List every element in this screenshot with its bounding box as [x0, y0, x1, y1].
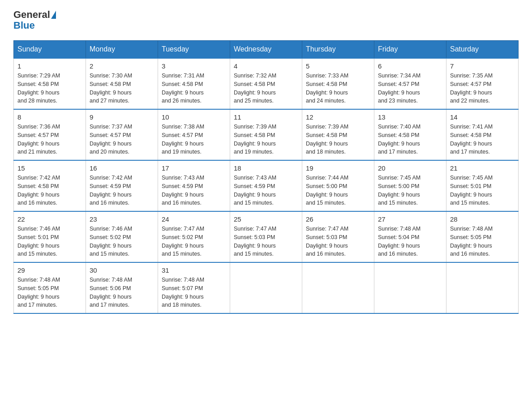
calendar-cell: 5 Sunrise: 7:33 AM Sunset: 4:58 PM Dayli… — [302, 58, 374, 109]
day-number: 17 — [162, 164, 226, 172]
sunrise-label: Sunrise: 7:42 AM — [90, 175, 132, 181]
day-info: Sunrise: 7:46 AM Sunset: 5:02 PM Dayligh… — [90, 225, 154, 258]
day-number: 10 — [162, 113, 226, 121]
sunrise-label: Sunrise: 7:34 AM — [378, 73, 420, 79]
daylight-label: Daylight: 9 hours — [17, 192, 60, 198]
calendar-cell: 16 Sunrise: 7:42 AM Sunset: 4:59 PM Dayl… — [86, 160, 158, 211]
daylight-minutes: and 17 minutes. — [17, 302, 57, 308]
daylight-minutes: and 19 minutes. — [162, 149, 202, 155]
day-number: 23 — [90, 215, 154, 223]
logo: General Blue — [13, 9, 57, 31]
sunset-label: Sunset: 5:03 PM — [234, 234, 275, 240]
sunset-label: Sunset: 5:06 PM — [90, 285, 131, 291]
sunrise-label: Sunrise: 7:45 AM — [450, 175, 493, 181]
daylight-minutes: and 27 minutes. — [90, 98, 129, 104]
day-number: 9 — [90, 113, 154, 121]
sunset-label: Sunset: 4:58 PM — [306, 132, 347, 138]
daylight-label: Daylight: 9 hours — [306, 90, 348, 96]
daylight-minutes: and 16 minutes. — [378, 251, 418, 257]
calendar-cell: 9 Sunrise: 7:37 AM Sunset: 4:57 PM Dayli… — [86, 109, 158, 160]
sunset-label: Sunset: 5:04 PM — [378, 234, 419, 240]
daylight-minutes: and 20 minutes. — [90, 149, 129, 155]
daylight-minutes: and 21 minutes. — [17, 149, 57, 155]
sunset-label: Sunset: 4:58 PM — [17, 81, 59, 87]
calendar-cell: 17 Sunrise: 7:43 AM Sunset: 4:59 PM Dayl… — [158, 160, 230, 211]
daylight-minutes: and 16 minutes. — [17, 200, 57, 206]
day-info: Sunrise: 7:36 AM Sunset: 4:57 PM Dayligh… — [17, 123, 82, 156]
sunset-label: Sunset: 4:57 PM — [378, 81, 419, 87]
day-info: Sunrise: 7:29 AM Sunset: 4:58 PM Dayligh… — [17, 72, 82, 105]
header-row: SundayMondayTuesdayWednesdayThursdayFrid… — [14, 41, 519, 59]
sunrise-label: Sunrise: 7:47 AM — [162, 226, 204, 232]
day-number: 27 — [378, 215, 442, 223]
sunrise-label: Sunrise: 7:35 AM — [450, 73, 493, 79]
calendar-week-row: 8 Sunrise: 7:36 AM Sunset: 4:57 PM Dayli… — [14, 109, 519, 160]
calendar-cell: 12 Sunrise: 7:39 AM Sunset: 4:58 PM Dayl… — [302, 109, 374, 160]
sunrise-label: Sunrise: 7:33 AM — [306, 73, 348, 79]
day-info: Sunrise: 7:38 AM Sunset: 4:57 PM Dayligh… — [162, 123, 226, 156]
day-number: 16 — [90, 164, 154, 172]
day-info: Sunrise: 7:47 AM Sunset: 5:03 PM Dayligh… — [234, 225, 298, 258]
day-number: 3 — [162, 62, 226, 70]
sunset-label: Sunset: 4:58 PM — [162, 81, 203, 87]
day-info: Sunrise: 7:45 AM Sunset: 5:00 PM Dayligh… — [378, 174, 442, 207]
calendar-cell: 10 Sunrise: 7:38 AM Sunset: 4:57 PM Dayl… — [158, 109, 230, 160]
sunset-label: Sunset: 5:01 PM — [450, 183, 491, 189]
sunset-label: Sunset: 5:02 PM — [162, 234, 203, 240]
daylight-minutes: and 23 minutes. — [378, 98, 418, 104]
sunrise-label: Sunrise: 7:30 AM — [90, 73, 132, 79]
day-number: 28 — [450, 215, 515, 223]
calendar-cell — [230, 262, 302, 313]
day-number: 8 — [17, 113, 82, 121]
sunrise-label: Sunrise: 7:36 AM — [17, 124, 60, 130]
calendar-cell: 7 Sunrise: 7:35 AM Sunset: 4:57 PM Dayli… — [446, 58, 519, 109]
calendar-cell: 20 Sunrise: 7:45 AM Sunset: 5:00 PM Dayl… — [374, 160, 446, 211]
day-info: Sunrise: 7:48 AM Sunset: 5:04 PM Dayligh… — [378, 225, 442, 258]
daylight-label: Daylight: 9 hours — [162, 294, 204, 300]
sunset-label: Sunset: 4:59 PM — [90, 183, 131, 189]
daylight-label: Daylight: 9 hours — [234, 141, 276, 147]
day-info: Sunrise: 7:47 AM Sunset: 5:03 PM Dayligh… — [306, 225, 370, 258]
daylight-label: Daylight: 9 hours — [450, 141, 492, 147]
day-info: Sunrise: 7:39 AM Sunset: 4:58 PM Dayligh… — [306, 123, 370, 156]
sunset-label: Sunset: 5:02 PM — [90, 234, 131, 240]
calendar-cell: 25 Sunrise: 7:47 AM Sunset: 5:03 PM Dayl… — [230, 211, 302, 262]
calendar-cell: 14 Sunrise: 7:41 AM Sunset: 4:58 PM Dayl… — [446, 109, 519, 160]
sunset-label: Sunset: 4:58 PM — [306, 81, 347, 87]
day-info: Sunrise: 7:30 AM Sunset: 4:58 PM Dayligh… — [90, 72, 154, 105]
daylight-minutes: and 18 minutes. — [162, 302, 202, 308]
sunrise-label: Sunrise: 7:38 AM — [162, 124, 204, 130]
day-number: 14 — [450, 113, 515, 121]
day-info: Sunrise: 7:40 AM Sunset: 4:58 PM Dayligh… — [378, 123, 442, 156]
daylight-label: Daylight: 9 hours — [162, 141, 204, 147]
daylight-label: Daylight: 9 hours — [162, 192, 204, 198]
sunrise-label: Sunrise: 7:47 AM — [306, 226, 348, 232]
daylight-minutes: and 19 minutes. — [234, 149, 274, 155]
daylight-label: Daylight: 9 hours — [378, 90, 420, 96]
sunrise-label: Sunrise: 7:48 AM — [90, 277, 132, 283]
header-monday: Monday — [86, 41, 158, 59]
daylight-label: Daylight: 9 hours — [306, 192, 348, 198]
calendar-cell: 18 Sunrise: 7:43 AM Sunset: 4:59 PM Dayl… — [230, 160, 302, 211]
daylight-label: Daylight: 9 hours — [162, 243, 204, 249]
day-info: Sunrise: 7:45 AM Sunset: 5:01 PM Dayligh… — [450, 174, 515, 207]
calendar-cell: 19 Sunrise: 7:44 AM Sunset: 5:00 PM Dayl… — [302, 160, 374, 211]
daylight-label: Daylight: 9 hours — [234, 192, 276, 198]
day-info: Sunrise: 7:35 AM Sunset: 4:57 PM Dayligh… — [450, 72, 515, 105]
day-info: Sunrise: 7:39 AM Sunset: 4:58 PM Dayligh… — [234, 123, 298, 156]
daylight-label: Daylight: 9 hours — [17, 90, 60, 96]
sunrise-label: Sunrise: 7:41 AM — [450, 124, 493, 130]
day-info: Sunrise: 7:43 AM Sunset: 4:59 PM Dayligh… — [234, 174, 298, 207]
calendar-cell: 8 Sunrise: 7:36 AM Sunset: 4:57 PM Dayli… — [14, 109, 86, 160]
day-info: Sunrise: 7:43 AM Sunset: 4:59 PM Dayligh… — [162, 174, 226, 207]
sunset-label: Sunset: 4:58 PM — [17, 183, 59, 189]
sunrise-label: Sunrise: 7:43 AM — [234, 175, 276, 181]
day-info: Sunrise: 7:48 AM Sunset: 5:05 PM Dayligh… — [450, 225, 515, 258]
sunset-label: Sunset: 5:07 PM — [162, 285, 203, 291]
day-number: 15 — [17, 164, 82, 172]
day-info: Sunrise: 7:46 AM Sunset: 5:01 PM Dayligh… — [17, 225, 82, 258]
sunrise-label: Sunrise: 7:32 AM — [234, 73, 276, 79]
sunrise-label: Sunrise: 7:40 AM — [378, 124, 420, 130]
sunset-label: Sunset: 4:57 PM — [90, 132, 131, 138]
sunrise-label: Sunrise: 7:44 AM — [306, 175, 348, 181]
